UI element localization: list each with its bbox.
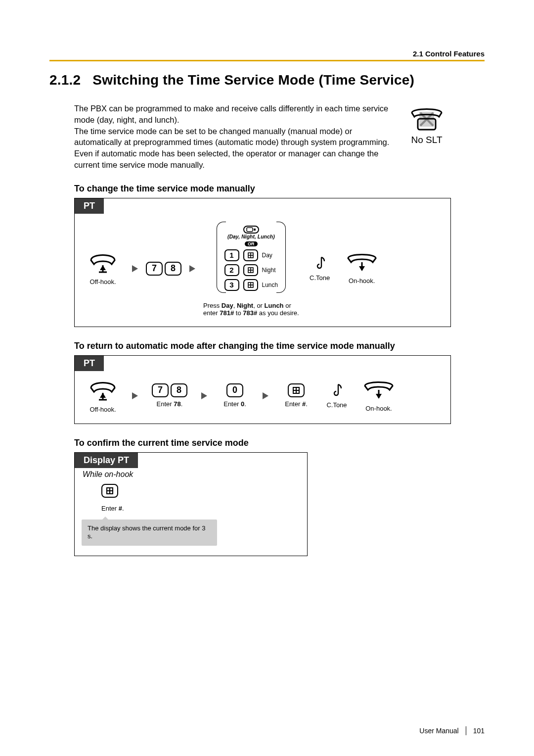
key-7: 7	[146, 262, 163, 276]
offhook-caption: Off-hook.	[89, 278, 116, 286]
key-hash	[288, 383, 305, 397]
section-title-text: Switching the Time Service Mode (Time Se…	[92, 72, 414, 88]
header-rule	[49, 60, 485, 61]
offhook-icon	[88, 250, 118, 275]
option-row-day: 1 Day	[224, 249, 272, 261]
softkey-icon	[243, 226, 259, 234]
arrow-icon	[131, 264, 139, 273]
page-title: 2.1.2Switching the Time Service Mode (Ti…	[49, 72, 485, 88]
footer-page-number: 101	[473, 727, 485, 735]
confirmation-tone: C.Tone	[323, 382, 351, 409]
procedure-tab-display-pt: Display PT	[75, 453, 138, 468]
option-header-text: (Day, Night, Lunch)	[227, 234, 275, 239]
enter-hash-caption: Enter #.	[101, 505, 124, 513]
key-8: 8	[171, 383, 187, 397]
onhook-caption: On-hook.	[349, 277, 375, 285]
ctone-label: C.Tone	[326, 401, 347, 409]
option-row-night: 2 Night	[224, 264, 276, 276]
mode-option-block: (Day, Night, Lunch) OR 1 Day	[220, 221, 283, 294]
onhook-icon	[363, 379, 395, 402]
svg-rect-4	[247, 228, 253, 232]
page-footer: User Manual 101	[419, 726, 485, 735]
procedure-manual-change: PT Off-hook.	[74, 198, 451, 327]
subheading-confirm-mode: To confirm the current time service mode	[74, 438, 485, 448]
enter-0-caption: Enter 0.	[223, 400, 246, 408]
subheading-manual-change: To change the time service mode manually	[74, 184, 485, 194]
key-7: 7	[152, 383, 169, 397]
onhook-icon	[346, 251, 378, 274]
offhook-icon	[88, 378, 118, 403]
no-slt-phone-icon	[405, 105, 448, 133]
arrow-icon	[131, 391, 139, 400]
enter-78-caption: Enter 78.	[157, 400, 183, 408]
intro-text: The PBX can be programmed to make and re…	[74, 103, 391, 171]
svg-rect-5	[254, 229, 256, 231]
section-number: 2.1.2	[49, 72, 81, 88]
tone-icon	[313, 255, 326, 270]
procedure-return-auto: PT Off-hook. 7	[74, 355, 451, 424]
option-header: (Day, Night, Lunch) OR	[224, 226, 278, 246]
onhook-caption: On-hook.	[365, 405, 392, 413]
key-hash	[101, 484, 118, 498]
arrow-icon	[262, 391, 269, 400]
while-on-hook-note: While on-hook	[75, 468, 307, 484]
ctone-label: C.Tone	[310, 274, 330, 282]
option-label-lunch: Lunch	[262, 282, 278, 288]
procedure-tab-pt: PT	[75, 356, 104, 371]
subheading-return-auto: To return to automatic mode after changi…	[74, 341, 485, 351]
key-2: 2	[224, 264, 239, 276]
no-slt-badge: No SLT	[405, 105, 448, 145]
no-slt-label: No SLT	[411, 135, 442, 145]
key-1: 1	[224, 249, 239, 261]
key-0: 0	[226, 383, 243, 397]
option-label-night: Night	[262, 267, 276, 274]
procedure-confirm-mode: Display PT While on-hook Enter #. The di…	[74, 452, 308, 556]
option-description: Press Day, Night, or Lunch or enter 781#…	[203, 302, 299, 317]
intro-paragraph-2: The time service mode can be set to be c…	[74, 126, 391, 171]
info-bubble: The display shows the current mode for 3…	[82, 520, 217, 546]
footer-separator	[466, 726, 466, 735]
offhook-caption: Off-hook.	[89, 406, 116, 414]
option-row-lunch: 3 Lunch	[224, 279, 278, 291]
intro-paragraph-1: The PBX can be programmed to make and re…	[74, 103, 391, 126]
key-8: 8	[165, 262, 181, 276]
breadcrumb: 2.1 Control Features	[49, 49, 485, 58]
key-hash	[243, 264, 258, 276]
tone-icon	[330, 382, 343, 397]
option-header-or: OR	[245, 241, 258, 246]
intro-block: The PBX can be programmed to make and re…	[74, 103, 485, 171]
page: 2.1 Control Features 2.1.2Switching the …	[0, 0, 534, 756]
key-hash	[243, 249, 258, 261]
key-hash	[243, 279, 258, 291]
arrow-icon	[200, 391, 208, 400]
option-label-day: Day	[262, 252, 272, 259]
key-3: 3	[224, 279, 239, 291]
procedure-tab-pt: PT	[75, 198, 104, 214]
arrow-icon	[188, 264, 196, 273]
footer-manual-label: User Manual	[419, 727, 458, 735]
confirmation-tone: C.Tone	[306, 255, 334, 282]
enter-hash-caption: Enter #.	[285, 400, 308, 408]
